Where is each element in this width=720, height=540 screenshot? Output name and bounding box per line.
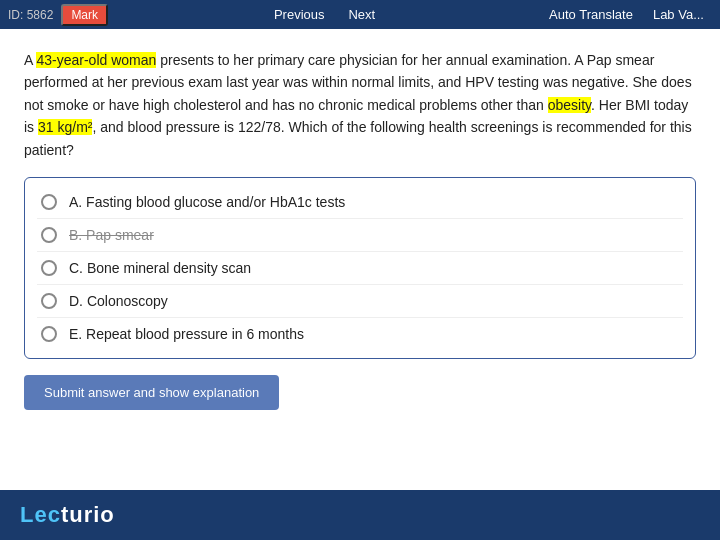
highlight-age-woman: 43-year-old woman — [36, 52, 156, 68]
question-id: ID: 5862 — [8, 8, 53, 22]
radio-a[interactable] — [41, 194, 57, 210]
choice-e[interactable]: E. Repeat blood pressure in 6 months — [37, 318, 683, 350]
choice-b[interactable]: B. Pap smear — [37, 219, 683, 252]
main-content-area: A 43-year-old woman presents to her prim… — [0, 29, 720, 490]
question-text: A 43-year-old woman presents to her prim… — [24, 49, 696, 161]
nav-buttons: Previous Next — [262, 3, 387, 26]
mark-button[interactable]: Mark — [61, 4, 108, 26]
answer-choices-box: A. Fasting blood glucose and/or HbA1c te… — [24, 177, 696, 359]
submit-button[interactable]: Submit answer and show explanation — [24, 375, 279, 410]
choice-b-label: B. Pap smear — [69, 227, 154, 243]
choice-a[interactable]: A. Fasting blood glucose and/or HbA1c te… — [37, 186, 683, 219]
choice-a-label: A. Fasting blood glucose and/or HbA1c te… — [69, 194, 345, 210]
lab-values-button[interactable]: Lab Va... — [645, 3, 712, 26]
radio-e[interactable] — [41, 326, 57, 342]
radio-d[interactable] — [41, 293, 57, 309]
choice-e-label: E. Repeat blood pressure in 6 months — [69, 326, 304, 342]
choice-c-label: C. Bone mineral density scan — [69, 260, 251, 276]
choice-d-label: D. Colonoscopy — [69, 293, 168, 309]
radio-c[interactable] — [41, 260, 57, 276]
footer: Lecturio — [0, 490, 720, 540]
highlight-obesity: obesity — [548, 97, 591, 113]
previous-button[interactable]: Previous — [262, 3, 337, 26]
choice-c[interactable]: C. Bone mineral density scan — [37, 252, 683, 285]
choice-d[interactable]: D. Colonoscopy — [37, 285, 683, 318]
radio-b[interactable] — [41, 227, 57, 243]
next-button[interactable]: Next — [336, 3, 387, 26]
top-right-actions: Auto Translate Lab Va... — [541, 3, 712, 26]
highlight-bmi: 31 kg/m² — [38, 119, 92, 135]
top-navigation-bar: ID: 5862 Mark Previous Next Auto Transla… — [0, 0, 720, 29]
brand-logo: Lecturio — [20, 502, 115, 528]
auto-translate-button[interactable]: Auto Translate — [541, 3, 641, 26]
